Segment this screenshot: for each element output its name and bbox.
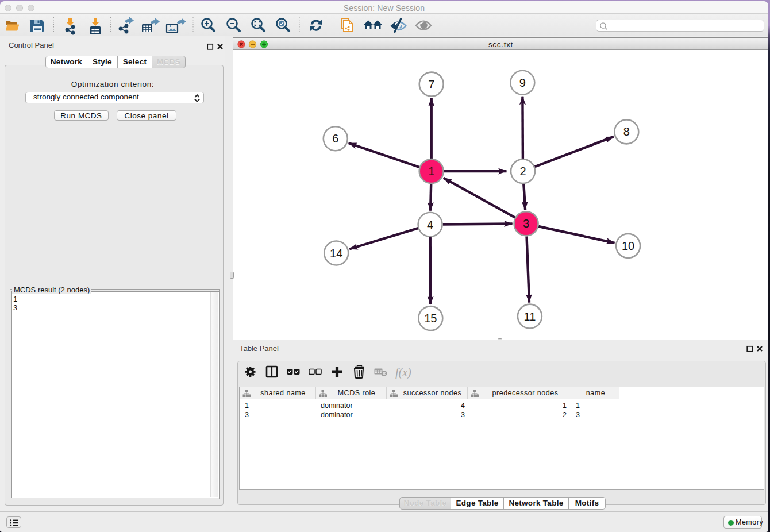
svg-text:2: 2 xyxy=(519,165,526,178)
svg-text:11: 11 xyxy=(524,310,536,322)
svg-text:15: 15 xyxy=(424,312,437,325)
svg-text:9: 9 xyxy=(519,76,526,88)
svg-text:14: 14 xyxy=(330,246,342,259)
svg-text:3: 3 xyxy=(523,217,529,230)
svg-text:10: 10 xyxy=(622,239,634,252)
svg-text:4: 4 xyxy=(427,218,433,230)
svg-text:6: 6 xyxy=(332,132,338,145)
svg-text:1: 1 xyxy=(428,165,434,178)
svg-text:7: 7 xyxy=(428,78,434,90)
svg-text:8: 8 xyxy=(623,125,630,138)
svg-text:f(x): f(x) xyxy=(395,366,411,379)
